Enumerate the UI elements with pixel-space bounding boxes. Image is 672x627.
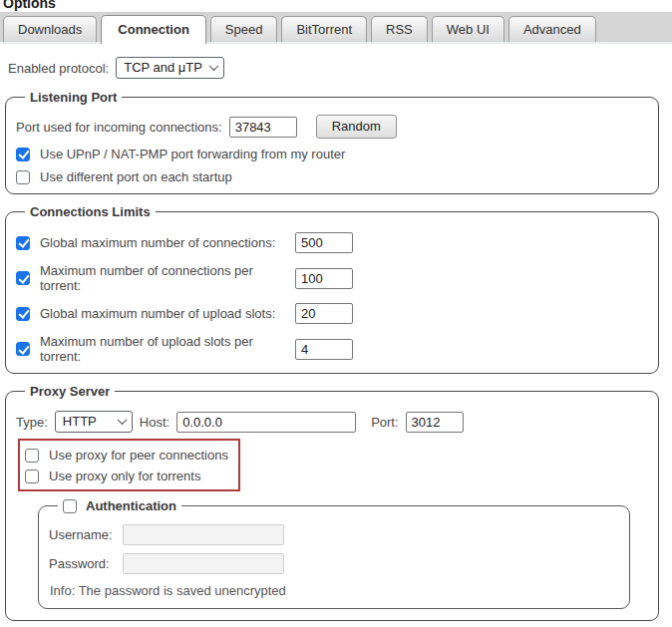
max-connections-per-torrent-label: Maximum number of connections per torren… [40,263,285,293]
tab-connection[interactable]: Connection [101,15,206,44]
password-label: Password: [49,556,115,571]
random-port-button[interactable]: Random [316,115,397,139]
global-max-upload-slots-label: Global maximum number of upload slots: [40,306,285,321]
window-titlebar: Options [0,0,672,13]
upnp-checkbox[interactable] [16,148,30,161]
incoming-port-row: Port used for incoming connections: Rand… [16,115,648,139]
different-port-row: Use different port on each startup [16,169,648,184]
authentication-legend-label: Authentication [86,498,176,513]
authentication-legend: Authentication [58,498,181,513]
global-max-upload-slots-checkbox[interactable] [16,307,30,321]
authentication-group: Authentication Username: Password: Info:… [38,498,630,609]
global-max-connections-checkbox[interactable] [16,236,30,250]
enabled-protocol-select[interactable]: TCP and μTP [116,57,224,79]
username-row: Username: [49,524,619,545]
max-upload-slots-per-torrent-row: Maximum number of upload slots per torre… [16,334,648,364]
connections-limits-legend-label: Connections Limits [30,204,151,219]
upnp-row: Use UPnP / NAT-PMP port forwarding from … [16,147,648,161]
global-max-upload-slots-input[interactable] [295,303,353,324]
different-port-label: Use different port on each startup [40,169,232,184]
connections-limits-group: Connections Limits Global maximum number… [5,204,659,374]
proxy-server-legend-label: Proxy Server [30,384,110,399]
tab-webui[interactable]: Web UI [432,16,504,42]
window-title: Options [3,0,672,11]
proxy-only-torrents-row: Use proxy only for torrents [25,469,228,483]
max-upload-slots-per-torrent-checkbox[interactable] [16,342,30,356]
listening-port-legend-label: Listening Port [30,90,117,105]
listening-port-legend: Listening Port [25,90,122,105]
proxy-host-label: Host: [140,415,169,430]
chevron-down-icon [209,61,219,71]
options-tab-bar: Downloads Connection Speed BitTorrent RS… [0,13,672,44]
enabled-protocol-value: TCP and μTP [124,60,202,75]
proxy-port-label: Port: [371,415,398,430]
proxy-peer-connections-row: Use proxy for peer connections [25,448,228,463]
max-upload-slots-per-torrent-label: Maximum number of upload slots per torre… [40,334,285,364]
tab-rss[interactable]: RSS [371,16,428,42]
proxy-settings-row: Type: HTTP Host: Port: [16,411,648,433]
global-max-upload-slots-row: Global maximum number of upload slots: [16,303,648,324]
enabled-protocol-label: Enabled protocol: [8,61,109,76]
authentication-checkbox[interactable] [63,499,77,513]
tab-speed[interactable]: Speed [210,16,278,42]
different-port-checkbox[interactable] [16,170,30,184]
password-info-text: Info: The password is saved unencrypted [50,583,619,598]
proxy-peer-connections-label: Use proxy for peer connections [49,448,228,463]
proxy-only-torrents-checkbox[interactable] [25,470,39,483]
connection-tab-panel: Enabled protocol: TCP and μTP Listening … [0,44,672,627]
proxy-host-input[interactable] [176,412,356,433]
tab-bittorrent[interactable]: BitTorrent [281,16,367,42]
enabled-protocol-row: Enabled protocol: TCP and μTP [8,57,672,79]
proxy-options-highlight-box: Use proxy for peer connections Use proxy… [18,439,240,491]
incoming-port-label: Port used for incoming connections: [16,120,222,135]
max-connections-per-torrent-input[interactable] [295,268,353,289]
username-label: Username: [49,527,115,542]
global-max-connections-label: Global maximum number of connections: [40,235,285,250]
listening-port-group: Listening Port Port used for incoming co… [5,90,659,194]
password-row: Password: [49,553,619,574]
chevron-down-icon [117,415,127,425]
username-input[interactable] [123,524,284,545]
tab-downloads[interactable]: Downloads [3,16,97,42]
proxy-server-legend: Proxy Server [25,384,115,399]
proxy-only-torrents-label: Use proxy only for torrents [49,469,200,483]
connections-limits-legend: Connections Limits [25,204,156,219]
upnp-label: Use UPnP / NAT-PMP port forwarding from … [40,147,345,161]
max-connections-per-torrent-checkbox[interactable] [16,271,30,285]
proxy-peer-connections-checkbox[interactable] [25,449,39,463]
proxy-type-select[interactable]: HTTP [55,411,133,433]
proxy-server-group: Proxy Server Type: HTTP Host: Port: Use … [5,384,659,621]
max-connections-per-torrent-row: Maximum number of connections per torren… [16,263,648,293]
incoming-port-input[interactable] [229,117,297,138]
proxy-type-label: Type: [16,415,48,430]
password-input[interactable] [123,553,284,574]
global-max-connections-row: Global maximum number of connections: [16,232,648,253]
max-upload-slots-per-torrent-input[interactable] [295,339,353,360]
global-max-connections-input[interactable] [295,232,353,253]
tab-advanced[interactable]: Advanced [508,16,596,42]
proxy-type-value: HTTP [63,414,97,429]
proxy-port-input[interactable] [406,412,464,433]
